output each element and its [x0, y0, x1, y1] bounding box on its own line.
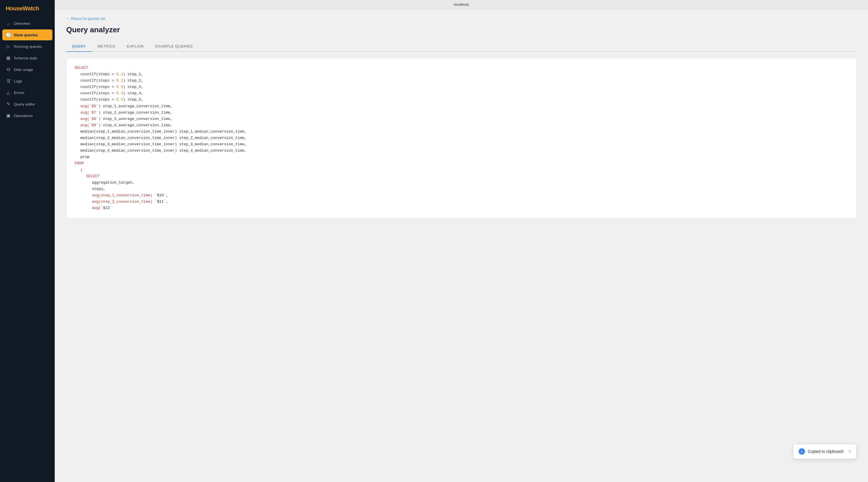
sidebar-item-label: Slow queries: [14, 33, 38, 37]
sidebar-item-disk-usage[interactable]: ⛁ Disk usage: [2, 64, 53, 75]
sidebar-item-label: Logs: [14, 79, 22, 83]
sidebar-item-label: Disk usage: [14, 67, 33, 72]
app-logo: HouseWatch: [0, 0, 55, 18]
disk-icon: ⛁: [6, 67, 11, 72]
list-icon: ☰: [6, 78, 11, 84]
info-icon: i: [799, 448, 805, 455]
page-title: Query analyzer: [66, 25, 857, 34]
edit-icon: ✎: [6, 102, 11, 107]
sidebar-item-label: Query editor: [14, 102, 35, 106]
tabs-bar: QUERY METRICS EXPLAIN EXAMPLE QUERIES: [66, 41, 857, 52]
sidebar-item-operations[interactable]: ▣ Operations: [2, 110, 53, 121]
grid-icon: ▦: [6, 55, 11, 60]
tab-explain[interactable]: EXPLAIN: [121, 41, 149, 52]
operations-icon: ▣: [6, 113, 11, 118]
sidebar-item-label: Running queries: [14, 45, 42, 49]
sidebar-item-logs[interactable]: ☰ Logs: [2, 76, 53, 86]
sidebar-item-label: Overview: [14, 21, 30, 26]
main-content: localhost ← Return to queries list Query…: [55, 0, 868, 482]
sidebar: HouseWatch ⌂ Overview 🕐 Slow queries ▷ R…: [0, 0, 55, 482]
toast-notification: i Copied to clipboard! ×: [793, 444, 857, 459]
sidebar-item-running-queries[interactable]: ▷ Running queries: [2, 41, 53, 52]
host-label: localhost: [454, 2, 469, 7]
sidebar-item-slow-queries[interactable]: 🕐 Slow queries: [2, 29, 53, 40]
sidebar-nav: ⌂ Overview 🕐 Slow queries ▷ Running quer…: [0, 18, 55, 121]
content-area: ← Return to queries list Query analyzer …: [55, 9, 868, 482]
sidebar-item-overview[interactable]: ⌂ Overview: [2, 18, 53, 29]
sidebar-item-query-editor[interactable]: ✎ Query editor: [2, 98, 53, 110]
home-icon: ⌂: [6, 21, 11, 26]
sidebar-item-errors[interactable]: △ Errors: [2, 87, 53, 98]
toast-close-button[interactable]: ×: [848, 449, 851, 454]
toast-message: Copied to clipboard!: [808, 449, 844, 454]
sidebar-item-label: Operations: [14, 114, 33, 118]
topbar: localhost: [55, 0, 868, 9]
warning-icon: △: [6, 90, 11, 95]
sidebar-item-schema-stats[interactable]: ▦ Schema stats: [2, 53, 53, 63]
back-link[interactable]: ← Return to queries list: [66, 17, 105, 21]
tab-example-queries[interactable]: EXAMPLE QUERIES: [150, 41, 199, 52]
tab-metrics[interactable]: METRICS: [92, 41, 121, 52]
sidebar-item-label: Schema stats: [14, 56, 37, 60]
query-display: SELECT countIf(steps = $ 1) step_1, coun…: [66, 58, 857, 219]
sidebar-item-label: Errors: [14, 90, 25, 95]
clock-icon: 🕐: [6, 32, 11, 37]
play-icon: ▷: [6, 44, 11, 49]
tab-query[interactable]: QUERY: [66, 41, 92, 52]
